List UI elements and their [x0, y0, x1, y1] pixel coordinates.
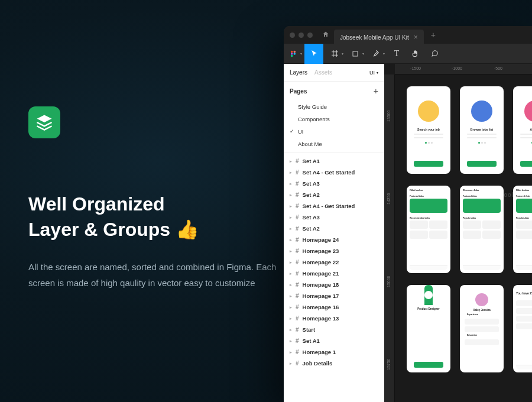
page-dots: [478, 142, 486, 144]
frame-item[interactable]: ▸#Homepage 17: [284, 290, 384, 302]
frame-item[interactable]: ▸#Set A4 - Get Started: [284, 200, 384, 212]
new-tab-button[interactable]: +: [431, 30, 436, 40]
page-item[interactable]: UI: [284, 125, 384, 138]
artboard-onboarding[interactable]: Browse jobs list: [460, 86, 504, 174]
rectangle-tool-icon[interactable]: [346, 44, 365, 64]
featured-card: [516, 199, 532, 213]
chevron-right-icon: ▸: [290, 260, 292, 265]
traffic-close[interactable]: [290, 33, 295, 38]
frame-item[interactable]: ▸#Set A2: [284, 223, 384, 234]
frame-item[interactable]: ▸#Job Details: [284, 358, 384, 369]
page-dots: [425, 142, 433, 144]
frame-item[interactable]: ▸#Homepage 18: [284, 279, 384, 290]
page-selector[interactable]: UI ▾: [369, 70, 378, 76]
featured-card: [463, 199, 501, 213]
detail-header: [424, 285, 433, 305]
frame-label: Homepage 16: [303, 304, 339, 310]
frame-item[interactable]: ▸#Homepage 22: [284, 257, 384, 268]
comment-tool-icon[interactable]: [425, 44, 444, 64]
chevron-right-icon: ▸: [290, 193, 292, 197]
artboard-home[interactable]: Discover Jobs Featured Jobs Popular Jobs: [460, 186, 504, 273]
pages-label: Pages: [290, 88, 307, 95]
home-icon[interactable]: [322, 31, 329, 40]
frame-item[interactable]: ▸#Set A1: [284, 335, 384, 346]
frame-icon: #: [296, 180, 299, 187]
traffic-minimize[interactable]: [299, 33, 304, 38]
pen-tool-icon[interactable]: [366, 44, 385, 64]
watermark: www.zcool.com: [481, 192, 528, 198]
frame-label: Homepage 21: [303, 270, 339, 277]
frame-icon: #: [296, 248, 299, 254]
frame-label: Job Details: [303, 360, 333, 367]
frame-label: Homepage 22: [303, 259, 339, 265]
chevron-right-icon: ▸: [290, 328, 292, 332]
move-tool-icon[interactable]: [304, 44, 323, 64]
frame-label: Homepage 17: [303, 293, 339, 299]
artboard-title: Apply t: [530, 128, 532, 131]
frame-icon: #: [296, 203, 299, 209]
primary-button: [467, 161, 497, 167]
frame-item[interactable]: ▸#Set A2: [284, 189, 384, 200]
artboard-home[interactable]: Rifat barkar Featured Jobs Popular Jobs: [513, 186, 532, 273]
tab-layers[interactable]: Layers: [290, 69, 307, 76]
frame-item[interactable]: ▸#Homepage 16: [284, 302, 384, 313]
artboard-profile[interactable]: Haley Jessica Experience Education: [460, 285, 504, 372]
frame-item[interactable]: ▸#Set A1: [284, 155, 384, 167]
thumbs-up-emoji: 👍: [176, 219, 199, 240]
pages-list: Style GuideComponentsUIAbout Me: [284, 100, 384, 150]
frame-label: Homepage 23: [303, 248, 339, 254]
frame-item[interactable]: ▸#Homepage 24: [284, 234, 384, 245]
artboard-detail[interactable]: Product Designer: [407, 285, 450, 372]
frame-item[interactable]: ▸#Homepage 1: [284, 346, 384, 358]
artboard-home[interactable]: Rifat barkar Featured Jobs Recommended J…: [407, 186, 450, 273]
frame-icon: #: [296, 236, 299, 243]
artboard-applications[interactable]: You have 27 Applicat: [513, 285, 532, 372]
file-tab[interactable]: Jobseek Mobile App UI Kit ×: [334, 30, 424, 45]
profile-name: Haley Jessica: [473, 309, 491, 312]
svg-rect-5: [353, 51, 358, 56]
ruler-vertical: 13500142501500015750: [384, 74, 395, 402]
primary-button: [414, 161, 443, 167]
frame-item[interactable]: ▸#Homepage 13: [284, 313, 384, 324]
frame-icon: #: [296, 169, 299, 176]
chevron-right-icon: ▸: [290, 305, 292, 310]
apply-button: [414, 362, 443, 368]
add-page-button[interactable]: +: [374, 86, 378, 96]
frame-item[interactable]: ▸#Set A3: [284, 212, 384, 223]
frame-label: Set A1: [303, 158, 320, 164]
figma-canvas[interactable]: -1500-1000-500 13500142501500015750 Sear…: [384, 64, 532, 402]
figma-menu-icon[interactable]: [284, 44, 303, 64]
frame-label: Set A4 - Get Started: [303, 169, 355, 176]
frame-icon: #: [296, 338, 299, 344]
artboard-title: Browse jobs list: [471, 128, 493, 131]
frame-icon: #: [296, 293, 299, 299]
chevron-right-icon: ▸: [290, 361, 292, 366]
artboard-onboarding[interactable]: Apply t: [513, 86, 532, 174]
frame-item[interactable]: ▸#Set A4 - Get Started: [284, 167, 384, 178]
chevron-down-icon: ▾: [377, 70, 378, 74]
illustration-circle: [471, 100, 492, 122]
artboard-onboarding[interactable]: Search your job: [407, 86, 450, 174]
traffic-zoom[interactable]: [307, 33, 313, 38]
svg-point-4: [291, 54, 293, 57]
tab-assets[interactable]: Assets: [314, 69, 332, 76]
svg-point-0: [291, 50, 293, 53]
text-tool-icon[interactable]: T: [387, 44, 406, 64]
close-icon[interactable]: ×: [414, 33, 418, 41]
frame-item[interactable]: ▸#Start: [284, 324, 384, 335]
frame-label: Homepage 13: [303, 315, 339, 322]
frame-item[interactable]: ▸#Set A3: [284, 178, 384, 189]
frame-item[interactable]: ▸#Homepage 21: [284, 268, 384, 279]
page-item[interactable]: Components: [284, 113, 384, 125]
frame-icon: #: [296, 259, 299, 265]
artboard-title: Search your job: [417, 128, 440, 131]
frame-icon: #: [296, 225, 299, 232]
frame-label: Homepage 18: [303, 281, 339, 288]
page-item[interactable]: Style Guide: [284, 100, 384, 113]
frame-tool-icon[interactable]: [325, 44, 344, 64]
frame-item[interactable]: ▸#Homepage 23: [284, 245, 384, 257]
page-item[interactable]: About Me: [284, 138, 384, 150]
frame-icon: #: [296, 326, 299, 333]
frame-icon: #: [296, 349, 299, 355]
hand-tool-icon[interactable]: [406, 44, 425, 64]
